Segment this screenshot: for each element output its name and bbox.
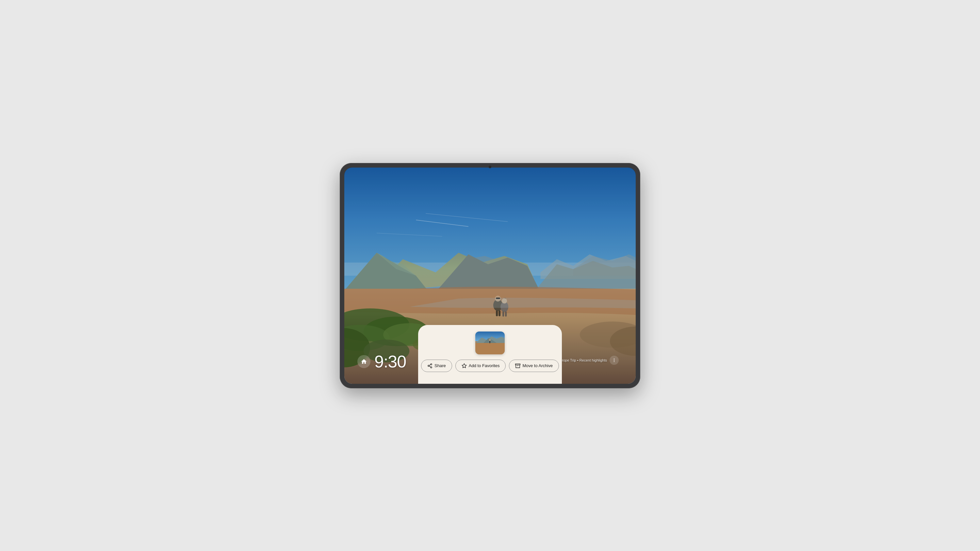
action-sheet: Share Add to Favorites Move [418, 325, 562, 384]
svg-point-49 [428, 365, 429, 367]
more-options-button[interactable] [609, 356, 619, 365]
svg-rect-43 [475, 341, 505, 354]
clock-area: 9:30 [357, 353, 406, 370]
svg-point-39 [614, 358, 614, 359]
svg-rect-54 [515, 364, 520, 365]
thumbnail-image [475, 332, 505, 354]
sheet-actions: Share Add to Favorites Move [421, 360, 559, 372]
archive-label: Move to Archive [522, 363, 553, 368]
star-icon [461, 363, 467, 368]
tablet-device: 9:30 22, 2023, Europe Trip • Recent high… [340, 163, 640, 388]
camera-notch [489, 165, 491, 168]
svg-line-51 [429, 366, 431, 367]
archive-icon [515, 363, 520, 368]
svg-line-52 [429, 365, 431, 365]
svg-point-48 [431, 364, 432, 365]
share-button[interactable]: Share [421, 360, 452, 372]
move-to-archive-button[interactable]: Move to Archive [509, 360, 559, 372]
sheet-thumbnail [475, 332, 505, 354]
svg-point-47 [489, 339, 491, 341]
svg-point-40 [614, 360, 614, 360]
svg-point-50 [431, 367, 432, 368]
share-label: Share [434, 363, 446, 368]
svg-rect-46 [489, 341, 490, 343]
tablet-screen: 9:30 22, 2023, Europe Trip • Recent high… [344, 168, 636, 384]
svg-point-41 [614, 361, 614, 362]
favorites-label: Add to Favorites [469, 363, 500, 368]
more-dots-icon [612, 358, 616, 362]
clock-display: 9:30 [374, 353, 406, 370]
add-to-favorites-button[interactable]: Add to Favorites [455, 360, 506, 372]
share-icon [427, 363, 433, 368]
home-button[interactable] [357, 355, 371, 368]
home-icon [361, 358, 367, 365]
svg-marker-53 [462, 364, 466, 368]
